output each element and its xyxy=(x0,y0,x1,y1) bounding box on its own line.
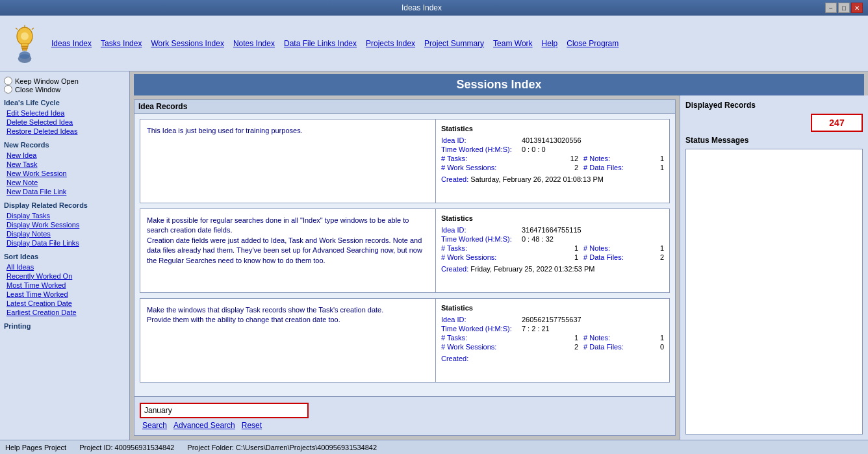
sidebar-new-note[interactable]: New Note xyxy=(4,178,125,187)
content-inner: Idea Records This Idea is just being use… xyxy=(130,95,868,440)
idea-card-3: Make the windows that display Task recor… xyxy=(140,298,670,383)
content-area: Sessions Index Idea Records This Idea is… xyxy=(130,71,868,440)
idea-stats-3: Statistics Idea ID: 260562157755637 Time… xyxy=(435,299,669,382)
sidebar-new-data-file-link[interactable]: New Data File Link xyxy=(4,187,125,196)
df-label-3: # Data Files: xyxy=(583,343,628,351)
idea-text-2: Make it possible for regular searches do… xyxy=(140,209,435,292)
df-value-2: 2 xyxy=(633,253,664,261)
tasks-label-3: # Tasks: xyxy=(441,334,517,342)
idea-id-value-3: 260562157755637 xyxy=(522,316,664,323)
section-display-related: Display Related Records xyxy=(4,201,125,209)
reset-button[interactable]: Reset xyxy=(242,421,262,430)
time-label-2: Time Worked (H:M:S): xyxy=(441,235,517,243)
sidebar-new-idea[interactable]: New Idea xyxy=(4,151,125,160)
sidebar-restore-ideas[interactable]: Restore Deleted Ideas xyxy=(4,127,125,136)
stats-grid-3: Idea ID: 260562157755637 Time Worked (H:… xyxy=(441,316,664,351)
close-button[interactable]: ✕ xyxy=(851,3,863,13)
search-input-row xyxy=(140,403,670,418)
sidebar-edit-idea[interactable]: Edit Selected Idea xyxy=(4,108,125,118)
notes-value-3: 1 xyxy=(633,334,664,342)
keep-window-radio[interactable] xyxy=(4,77,12,85)
ws-value-3: 2 xyxy=(522,343,578,351)
stats-header-2: Statistics xyxy=(441,214,664,222)
notes-label-2: # Notes: xyxy=(583,244,628,252)
sidebar-recently-worked-on[interactable]: Recently Worked On xyxy=(4,271,125,281)
sidebar-latest-creation-date[interactable]: Latest Creation Date xyxy=(4,299,125,308)
section-sort-ideas: Sort Ideas xyxy=(4,253,125,260)
right-panel: Displayed Records 247 Status Messages xyxy=(680,95,868,440)
menu-notes-index[interactable]: Notes Index xyxy=(233,39,275,48)
df-label-1: # Data Files: xyxy=(583,164,628,171)
main-layout: Keep Window Open Close Window Idea's Lif… xyxy=(0,71,868,440)
sidebar-display-tasks[interactable]: Display Tasks xyxy=(4,211,125,220)
stats-header-3: Statistics xyxy=(441,304,664,312)
status-project-folder: Project Folder: C:\Users\Darren\Projects… xyxy=(187,444,377,451)
tasks-value-2: 1 xyxy=(522,244,578,252)
sidebar-all-ideas[interactable]: All Ideas xyxy=(4,262,125,271)
sidebar-least-time-worked[interactable]: Least Time Worked xyxy=(4,290,125,299)
idea-stats-2: Statistics Idea ID: 316471664755115 Time… xyxy=(435,209,669,292)
sidebar-most-time-worked[interactable]: Most Time Worked xyxy=(4,281,125,290)
sidebar-new-task[interactable]: New Task xyxy=(4,160,125,169)
menu-ideas-index[interactable]: Ideas Index xyxy=(51,39,92,48)
window-title: Ideas Index xyxy=(18,3,825,12)
idea-card-2: Make it possible for regular searches do… xyxy=(140,208,670,293)
menu-data-file-links-index[interactable]: Data File Links Index xyxy=(284,39,357,48)
close-window-option[interactable]: Close Window xyxy=(4,85,125,94)
idea-records-panel: Idea Records This Idea is just being use… xyxy=(134,99,676,436)
time-label-1: Time Worked (H:M:S): xyxy=(441,145,517,153)
notes-label-1: # Notes: xyxy=(583,155,628,162)
sidebar-display-work-sessions[interactable]: Display Work Sessions xyxy=(4,220,125,229)
advanced-search-button[interactable]: Advanced Search xyxy=(173,421,235,430)
idea-records-body[interactable]: This Idea is just being used for trainin… xyxy=(134,114,675,396)
time-label-3: Time Worked (H:M:S): xyxy=(441,325,517,333)
idea-id-label-2: Idea ID: xyxy=(441,226,517,234)
idea-id-label-1: Idea ID: xyxy=(441,136,517,144)
svg-line-5 xyxy=(16,28,18,30)
stats-created-3: Created: xyxy=(441,355,664,362)
df-value-1: 1 xyxy=(633,164,664,171)
menu-work-sessions-index[interactable]: Work Sessions Index xyxy=(151,39,224,48)
sidebar-new-work-session[interactable]: New Work Session xyxy=(4,169,125,178)
menu-project-summary[interactable]: Project Summary xyxy=(424,39,484,48)
time-value-1: 0 : 0 : 0 xyxy=(522,145,578,153)
ws-label-1: # Work Sessions: xyxy=(441,164,517,171)
ws-value-2: 1 xyxy=(522,253,578,261)
displayed-records-value: 247 xyxy=(811,114,863,132)
search-button[interactable]: Search xyxy=(142,421,167,430)
sidebar-display-data-file-links[interactable]: Display Data File Links xyxy=(4,238,125,247)
window-behavior-group: Keep Window Open Close Window xyxy=(4,77,125,94)
logo-icon xyxy=(8,24,41,63)
time-value-2: 0 : 48 : 32 xyxy=(522,235,578,243)
sidebar-display-notes[interactable]: Display Notes xyxy=(4,229,125,238)
tasks-label-1: # Tasks: xyxy=(441,155,517,162)
svg-rect-3 xyxy=(22,48,27,50)
menu-help[interactable]: Help xyxy=(542,39,558,48)
minimize-button[interactable]: − xyxy=(825,3,837,13)
menu-tasks-index[interactable]: Tasks Index xyxy=(101,39,142,48)
idea-id-value-2: 316471664755115 xyxy=(522,226,664,234)
search-input[interactable] xyxy=(140,403,309,418)
time-value-3: 7 : 2 : 21 xyxy=(522,325,578,333)
window-controls: − □ ✕ xyxy=(825,3,863,13)
status-help-pages: Help Pages Project xyxy=(5,444,66,451)
df-value-3: 0 xyxy=(633,343,664,351)
svg-point-7 xyxy=(21,32,29,40)
status-bar: Help Pages Project Project ID: 400956931… xyxy=(0,440,868,454)
close-window-radio[interactable] xyxy=(4,85,12,94)
restore-button[interactable]: □ xyxy=(838,3,850,13)
keep-window-open-option[interactable]: Keep Window Open xyxy=(4,77,125,85)
sidebar-scroll: Keep Window Open Close Window Idea's Lif… xyxy=(0,71,129,440)
stats-grid-1: Idea ID: 401391413020556 Time Worked (H:… xyxy=(441,136,664,171)
search-bar: Search Advanced Search Reset xyxy=(134,396,675,435)
menu-projects-index[interactable]: Projects Index xyxy=(366,39,415,48)
notes-label-3: # Notes: xyxy=(583,334,628,342)
notes-value-1: 1 xyxy=(633,155,664,162)
sidebar-earliest-creation-date[interactable]: Earliest Creation Date xyxy=(4,308,125,317)
menu-close-program[interactable]: Close Program xyxy=(567,39,619,48)
section-ideas-lifecycle: Idea's Life Cycle xyxy=(4,99,125,107)
sidebar: Keep Window Open Close Window Idea's Lif… xyxy=(0,71,130,440)
menu-team-work[interactable]: Team Work xyxy=(493,39,532,48)
sidebar-delete-idea[interactable]: Delete Selected Idea xyxy=(4,118,125,127)
idea-text-1: This Idea is just being used for trainin… xyxy=(140,120,435,203)
